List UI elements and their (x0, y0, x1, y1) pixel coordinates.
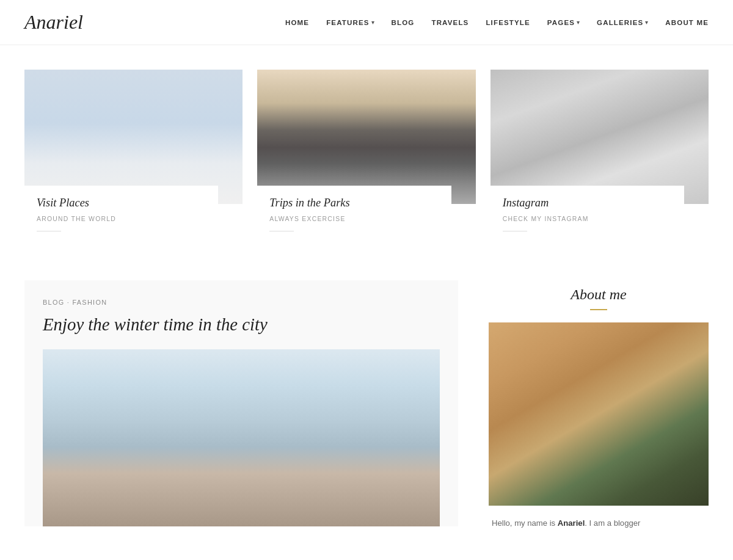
blog-categories: BLOG · FASHION (43, 299, 440, 306)
card-image (490, 70, 709, 204)
nav-galleries-dropdown[interactable]: GALLERIES ▾ (597, 19, 648, 26)
nav-features[interactable]: FEATURES (326, 19, 369, 26)
nav-galleries[interactable]: GALLERIES (597, 19, 643, 26)
chevron-down-icon: ▾ (645, 19, 648, 26)
card-instagram[interactable]: Instagram CHECK MY INSTAGRAM (490, 70, 709, 244)
blog-post[interactable]: BLOG · FASHION Enjoy the winter time in … (24, 280, 458, 526)
card-title: Instagram (503, 197, 672, 209)
nav-about-me[interactable]: ABOUT ME (665, 19, 709, 26)
card-image-container (24, 70, 243, 204)
nav-blog[interactable]: BLOG (392, 19, 415, 26)
about-me-underline (590, 309, 607, 310)
card-text-block: Instagram CHECK MY INSTAGRAM (490, 186, 684, 244)
about-me-text-prefix: Hello, my name is (492, 518, 558, 528)
nav-pages[interactable]: PAGES (547, 19, 575, 26)
about-me-photo (489, 322, 709, 506)
chevron-down-icon: ▾ (371, 19, 374, 26)
nav-features-dropdown[interactable]: FEATURES ▾ (326, 19, 374, 26)
card-image (257, 70, 475, 204)
about-me-sidebar: About me Hello, my name is Anariel. I am… (489, 280, 709, 536)
about-me-heading: About me (489, 286, 709, 303)
card-image-container (257, 70, 475, 204)
main-content: Visit Places AROUND THE WORLD Trips in t… (0, 45, 733, 536)
about-me-text-suffix: . I am a blogger (585, 518, 640, 528)
bottom-section: BLOG · FASHION Enjoy the winter time in … (24, 280, 709, 536)
card-text-block: Visit Places AROUND THE WORLD (24, 186, 218, 244)
card-image (24, 70, 243, 204)
card-subtitle: CHECK MY INSTAGRAM (503, 216, 672, 222)
nav-pages-dropdown[interactable]: PAGES ▾ (547, 19, 580, 26)
about-me-name: Anariel (558, 518, 585, 528)
nav-home[interactable]: HOME (285, 19, 309, 26)
card-visit-places[interactable]: Visit Places AROUND THE WORLD (24, 70, 243, 244)
site-header: Anariel HOME FEATURES ▾ BLOG TRAVELS LIF… (0, 0, 733, 45)
card-title: Trips in the Parks (269, 197, 439, 209)
nav-lifestyle[interactable]: LIFESTYLE (486, 19, 530, 26)
blog-image-container (43, 349, 440, 526)
card-divider (37, 231, 61, 231)
card-image-container (490, 70, 709, 204)
card-trips-parks[interactable]: Trips in the Parks ALWAYS EXCERCISE (257, 70, 475, 244)
nav-travels[interactable]: TRAVELS (431, 19, 469, 26)
card-divider (269, 231, 294, 231)
card-title: Visit Places (37, 197, 206, 209)
site-logo[interactable]: Anariel (24, 11, 83, 34)
about-me-image-container (489, 322, 709, 506)
blog-title: Enjoy the winter time in the city (43, 313, 440, 336)
main-nav: HOME FEATURES ▾ BLOG TRAVELS LIFESTYLE P… (285, 19, 709, 26)
blog-image (43, 349, 440, 526)
card-divider (503, 231, 527, 231)
card-text-block: Trips in the Parks ALWAYS EXCERCISE (257, 186, 451, 244)
featured-cards: Visit Places AROUND THE WORLD Trips in t… (24, 70, 709, 244)
about-me-text: Hello, my name is Anariel. I am a blogge… (489, 517, 709, 530)
card-subtitle: ALWAYS EXCERCISE (269, 216, 439, 222)
chevron-down-icon: ▾ (577, 19, 580, 26)
card-subtitle: AROUND THE WORLD (37, 216, 206, 222)
